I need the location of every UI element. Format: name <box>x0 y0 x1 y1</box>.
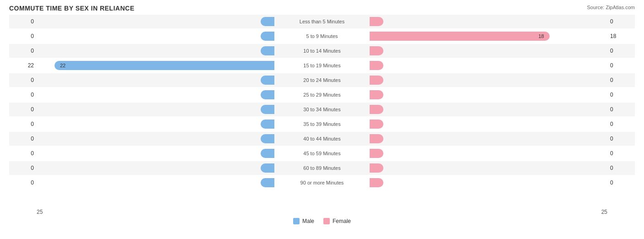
male-bar-container <box>37 76 276 85</box>
female-bar-container: 18 <box>368 32 607 41</box>
female-axis-value: 0 <box>607 150 635 157</box>
male-bar <box>261 46 274 55</box>
legend-male-label: Male <box>302 218 314 224</box>
male-bar: 22 <box>55 61 274 70</box>
male-bar-container <box>37 46 276 55</box>
male-bar-container <box>37 163 276 173</box>
female-bar <box>370 134 383 143</box>
chart-row: 0 10 to 14 Minutes 0 <box>9 44 635 58</box>
female-bar <box>370 163 383 173</box>
female-bar-container <box>368 105 607 114</box>
legend-male-box <box>293 218 300 224</box>
chart-container: COMMUTE TIME BY SEX IN RELIANCE Source: … <box>0 0 644 239</box>
row-label: 35 to 39 Minutes <box>276 121 368 127</box>
male-axis-value: 0 <box>9 121 37 127</box>
male-axis-value: 0 <box>9 33 37 39</box>
row-label: 20 to 24 Minutes <box>276 77 368 83</box>
row-label: 45 to 59 Minutes <box>276 151 368 156</box>
male-bar <box>261 134 274 143</box>
male-bar <box>261 178 274 187</box>
female-bar-container <box>368 46 607 55</box>
male-bar-value: 22 <box>57 63 65 68</box>
male-bar-container <box>37 178 276 187</box>
female-bar <box>370 46 383 55</box>
source-text: Source: ZipAtlas.com <box>587 5 635 10</box>
female-axis-value: 0 <box>607 92 635 98</box>
female-axis-value: 0 <box>607 48 635 54</box>
female-axis-value: 0 <box>607 77 635 83</box>
male-axis-value: 22 <box>9 62 37 69</box>
female-bar <box>370 61 383 70</box>
male-axis-value: 0 <box>9 179 37 186</box>
chart-row: 0 45 to 59 Minutes 0 <box>9 147 635 160</box>
female-bar-container <box>368 149 607 158</box>
legend-female-label: Female <box>333 218 351 224</box>
legend-area: Male Female <box>9 218 635 224</box>
male-axis-value: 0 <box>9 136 37 142</box>
female-bar <box>370 90 383 99</box>
female-bar <box>370 17 383 26</box>
male-axis-value: 0 <box>9 106 37 113</box>
female-axis-value: 0 <box>607 165 635 171</box>
chart-title: COMMUTE TIME BY SEX IN RELIANCE <box>9 5 635 12</box>
male-axis-value: 0 <box>9 18 37 25</box>
female-bar <box>370 76 383 85</box>
chart-row: 0 35 to 39 Minutes 0 <box>9 117 635 131</box>
male-bar-container <box>37 17 276 26</box>
female-axis-value: 0 <box>607 18 635 25</box>
chart-row: 0 20 to 24 Minutes 0 <box>9 73 635 87</box>
male-bar-container <box>37 120 276 129</box>
female-bar-container <box>368 163 607 173</box>
female-bar <box>370 105 383 114</box>
chart-row: 0 25 to 29 Minutes 0 <box>9 88 635 102</box>
male-bar-container <box>37 149 276 158</box>
chart-area: 0 Less than 5 Minutes 0 0 5 to 9 Minutes <box>9 15 635 207</box>
female-axis-value: 0 <box>607 106 635 113</box>
male-axis-value: 0 <box>9 92 37 98</box>
male-bar <box>261 163 274 173</box>
female-bar-container <box>368 61 607 70</box>
legend-female-box <box>323 218 330 224</box>
female-bar-container <box>368 90 607 99</box>
row-label: 25 to 29 Minutes <box>276 92 368 98</box>
male-bar <box>261 32 274 41</box>
chart-row: 0 Less than 5 Minutes 0 <box>9 15 635 28</box>
row-label: 40 to 44 Minutes <box>276 136 368 141</box>
axis-labels: 25 25 <box>9 209 635 215</box>
female-axis-value: 0 <box>607 136 635 142</box>
female-bar-container <box>368 134 607 143</box>
row-label: Less than 5 Minutes <box>276 19 368 24</box>
row-label: 90 or more Minutes <box>276 180 368 185</box>
chart-row: 0 5 to 9 Minutes 18 18 <box>9 29 635 43</box>
axis-right-label: 25 <box>601 209 607 215</box>
row-label: 30 to 34 Minutes <box>276 107 368 112</box>
row-label: 15 to 19 Minutes <box>276 63 368 68</box>
row-label: 10 to 14 Minutes <box>276 48 368 54</box>
male-axis-value: 0 <box>9 165 37 171</box>
male-bar-container <box>37 134 276 143</box>
row-label: 5 to 9 Minutes <box>276 33 368 39</box>
chart-row: 0 40 to 44 Minutes 0 <box>9 132 635 146</box>
male-bar <box>261 90 274 99</box>
male-bar-container: 22 <box>37 61 276 70</box>
male-bar-container <box>37 105 276 114</box>
female-bar-container <box>368 17 607 26</box>
row-label: 60 to 89 Minutes <box>276 165 368 171</box>
male-axis-value: 0 <box>9 48 37 54</box>
male-axis-value: 0 <box>9 150 37 157</box>
male-bar-container <box>37 32 276 41</box>
female-bar <box>370 120 383 129</box>
legend-male: Male <box>293 218 314 224</box>
chart-row: 0 60 to 89 Minutes 0 <box>9 161 635 175</box>
female-axis-value: 0 <box>607 179 635 186</box>
female-bar-value: 18 <box>538 33 546 39</box>
male-bar <box>261 120 274 129</box>
female-bar: 18 <box>370 32 550 41</box>
male-bar <box>261 76 274 85</box>
male-bar <box>261 17 274 26</box>
female-bar-container <box>368 178 607 187</box>
chart-row: 22 22 15 to 19 Minutes 0 <box>9 59 635 72</box>
female-bar <box>370 178 383 187</box>
female-axis-value: 0 <box>607 62 635 69</box>
male-bar <box>261 105 274 114</box>
